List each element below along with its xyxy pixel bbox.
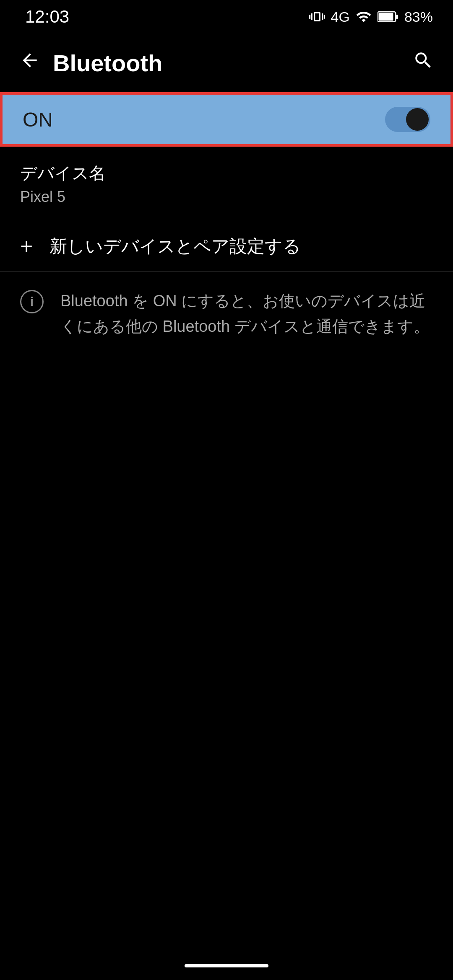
svg-rect-1 xyxy=(396,15,398,19)
battery-percentage: 83% xyxy=(404,9,433,25)
info-text: Bluetooth を ON にすると、お使いのデバイスは近くにある他の Blu… xyxy=(60,288,433,339)
page-title: Bluetooth xyxy=(53,49,409,77)
status-icons: 4G 83% xyxy=(309,9,433,25)
signal-icon xyxy=(356,9,372,25)
status-bar: 12:03 4G 83% xyxy=(0,0,453,34)
bluetooth-toggle-row[interactable]: ON xyxy=(0,92,453,147)
bluetooth-toggle[interactable] xyxy=(385,107,430,132)
vibrate-icon xyxy=(309,9,325,25)
app-bar: Bluetooth xyxy=(0,34,453,92)
pair-device-row[interactable]: + 新しいデバイスとペア設定する xyxy=(0,221,453,272)
battery-icon xyxy=(378,10,398,24)
device-name-label: デバイス名 xyxy=(20,162,433,185)
toggle-label: ON xyxy=(23,108,53,131)
status-time: 12:03 xyxy=(25,7,69,27)
device-name-row[interactable]: デバイス名 Pixel 5 xyxy=(0,147,453,221)
search-button[interactable] xyxy=(409,46,438,80)
info-row: i Bluetooth を ON にすると、お使いのデバイスは近くにある他の B… xyxy=(0,272,453,356)
svg-rect-2 xyxy=(378,13,393,21)
info-icon: i xyxy=(20,290,44,313)
home-indicator xyxy=(185,964,268,967)
signal-text: 4G xyxy=(331,9,350,25)
device-name-value: Pixel 5 xyxy=(20,188,433,206)
pair-device-label: 新しいデバイスとペア設定する xyxy=(49,235,301,258)
add-icon: + xyxy=(20,235,33,257)
back-button[interactable] xyxy=(15,46,44,80)
toggle-knob xyxy=(406,108,429,131)
